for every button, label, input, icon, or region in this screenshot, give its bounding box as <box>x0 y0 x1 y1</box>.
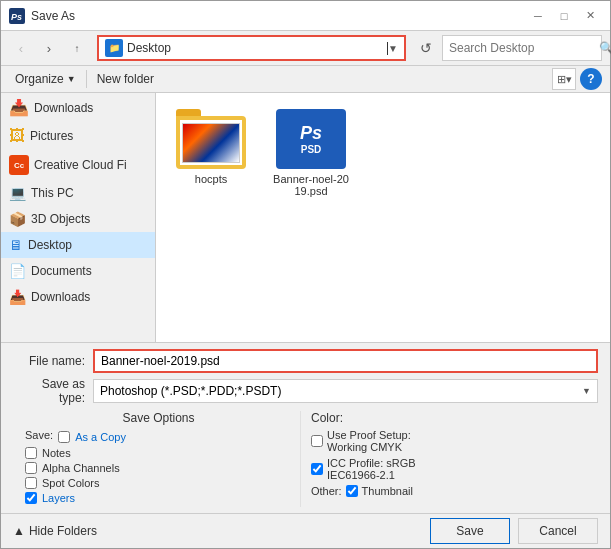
sidebar-item-pictures[interactable]: 🖼 Pictures <box>1 122 155 150</box>
save-options-title: Save Options <box>17 411 300 425</box>
notes-checkbox[interactable] <box>25 447 37 459</box>
forward-button[interactable]: › <box>37 36 61 60</box>
save-sub-label: Save: <box>25 429 53 441</box>
alpha-channels-row: Alpha Channels <box>17 462 300 474</box>
options-section: Save Options Save: As a Copy Notes Alpha… <box>13 411 598 507</box>
search-bar[interactable]: 🔍 <box>442 35 602 61</box>
folder-icon: 📦 <box>9 211 26 227</box>
folder-preview <box>180 120 242 165</box>
save-label-row: Save: As a Copy <box>17 429 300 444</box>
color-options: Color: Use Proof Setup:Working CMYK ICC … <box>300 411 594 507</box>
sidebar-item-label: Creative Cloud Fi <box>34 158 127 172</box>
sidebar-item-label: Downloads <box>31 290 90 304</box>
save-options: Save Options Save: As a Copy Notes Alpha… <box>17 411 300 507</box>
bottom-section: File name: Save as type: Photoshop (*.PS… <box>1 342 610 513</box>
sidebar-item-downloads[interactable]: 📥 Downloads <box>1 93 155 122</box>
as-copy-checkbox[interactable] <box>58 431 70 443</box>
folder-thumbnail <box>176 109 246 169</box>
psd-ps-text: Ps <box>300 123 322 144</box>
svg-text:Ps: Ps <box>11 12 22 22</box>
sidebar-item-label: Documents <box>31 264 92 278</box>
folder-icon: 📥 <box>9 289 26 305</box>
toolbar-right: ⊞▾ ? <box>552 68 602 90</box>
use-proof-row: Use Proof Setup:Working CMYK <box>311 429 594 453</box>
sidebar: 📥 Downloads 🖼 Pictures Cc Creative Cloud… <box>1 93 156 342</box>
sidebar-item-label: This PC <box>31 186 74 200</box>
organize-button[interactable]: Organize ▼ <box>9 69 82 89</box>
alpha-channels-checkbox[interactable] <box>25 462 37 474</box>
title-bar: Ps Save As ─ □ ✕ <box>1 1 610 31</box>
new-folder-button[interactable]: New folder <box>91 69 160 89</box>
address-dropdown-icon[interactable]: ▼ <box>388 43 398 54</box>
title-controls: ─ □ ✕ <box>526 6 602 26</box>
folder-icon: 🖼 <box>9 127 25 145</box>
navigation-bar: ‹ › ↑ 📁 Desktop ▼ ↺ 🔍 <box>1 31 610 66</box>
cancel-button[interactable]: Cancel <box>518 518 598 544</box>
sidebar-item-desktop[interactable]: 🖥 Desktop <box>1 232 155 258</box>
alpha-channels-label: Alpha Channels <box>42 462 120 474</box>
sidebar-item-documents[interactable]: 📄 Documents <box>1 258 155 284</box>
sidebar-item-creative-cloud[interactable]: Cc Creative Cloud Fi <box>1 150 155 180</box>
icc-profile-checkbox[interactable] <box>311 463 323 475</box>
savetype-row: Save as type: Photoshop (*.PSD;*.PDD;*.P… <box>13 377 598 405</box>
sidebar-item-label: Pictures <box>30 129 73 143</box>
file-item-hocpts[interactable]: hocpts <box>166 103 256 203</box>
savetype-select[interactable]: Photoshop (*.PSD;*.PDD;*.PSDT) ▼ <box>93 379 598 403</box>
filename-row: File name: <box>13 349 598 373</box>
dialog-title: Save As <box>31 9 526 23</box>
back-button[interactable]: ‹ <box>9 36 33 60</box>
footer-bar: ▲ Hide Folders Save Cancel <box>1 513 610 548</box>
use-proof-checkbox[interactable] <box>311 435 323 447</box>
sidebar-item-label: Desktop <box>28 238 72 252</box>
search-input[interactable] <box>449 41 599 55</box>
folder-body <box>176 116 246 169</box>
view-button[interactable]: ⊞▾ <box>552 68 576 90</box>
new-folder-label: New folder <box>97 72 154 86</box>
file-label: hocpts <box>195 173 227 185</box>
creative-cloud-icon: Cc <box>9 155 29 175</box>
sidebar-item-downloads2[interactable]: 📥 Downloads <box>1 284 155 310</box>
save-as-dialog: Ps Save As ─ □ ✕ ‹ › ↑ 📁 Desktop ▼ ↺ 🔍 <box>0 0 611 549</box>
file-item-banner-noel[interactable]: Ps PSD Banner-noel-2019.psd <box>266 103 356 203</box>
close-button[interactable]: ✕ <box>578 6 602 26</box>
pc-icon: 💻 <box>9 185 26 201</box>
spot-colors-label: Spot Colors <box>42 477 99 489</box>
thumbnail-checkbox[interactable] <box>346 485 358 497</box>
icc-profile-label: ICC Profile: sRGBIEC61966-2.1 <box>327 457 416 481</box>
minimize-button[interactable]: ─ <box>526 6 550 26</box>
other-row: Other: Thumbnail <box>311 485 594 497</box>
folder-icon: 🖥 <box>9 237 23 253</box>
sidebar-item-this-pc[interactable]: 💻 This PC <box>1 180 155 206</box>
main-content: hocpts Ps PSD Banner-noel-2019.psd <box>156 93 610 342</box>
hide-folders-button[interactable]: ▲ Hide Folders <box>13 524 97 538</box>
notes-row: Notes <box>17 447 300 459</box>
layers-checkbox[interactable] <box>25 492 37 504</box>
search-icon[interactable]: 🔍 <box>599 41 611 55</box>
save-button[interactable]: Save <box>430 518 510 544</box>
filename-input[interactable] <box>93 349 598 373</box>
maximize-button[interactable]: □ <box>552 6 576 26</box>
thumbnail-label: Thumbnail <box>362 485 413 497</box>
folder-icon: 📥 <box>9 98 29 117</box>
layers-row: Layers <box>17 492 300 504</box>
address-bar[interactable]: 📁 Desktop ▼ <box>97 35 406 61</box>
toolbar-separator <box>86 70 87 88</box>
as-copy-label: As a Copy <box>75 431 126 443</box>
other-label: Other: <box>311 485 342 497</box>
refresh-button[interactable]: ↺ <box>414 36 438 60</box>
color-title: Color: <box>311 411 594 425</box>
layers-label: Layers <box>42 492 75 504</box>
address-text: Desktop <box>127 41 387 55</box>
toolbar: Organize ▼ New folder ⊞▾ ? <box>1 66 610 93</box>
folder-icon: 📄 <box>9 263 26 279</box>
hide-folders-icon: ▲ <box>13 524 25 538</box>
hide-folders-label: Hide Folders <box>29 524 97 538</box>
spot-colors-checkbox[interactable] <box>25 477 37 489</box>
app-icon: Ps <box>9 8 25 24</box>
icc-profile-row: ICC Profile: sRGBIEC61966-2.1 <box>311 457 594 481</box>
sidebar-item-label: Downloads <box>34 101 93 115</box>
sidebar-item-3d-objects[interactable]: 📦 3D Objects <box>1 206 155 232</box>
up-button[interactable]: ↑ <box>65 36 89 60</box>
help-button[interactable]: ? <box>580 68 602 90</box>
address-folder-icon: 📁 <box>105 39 123 57</box>
